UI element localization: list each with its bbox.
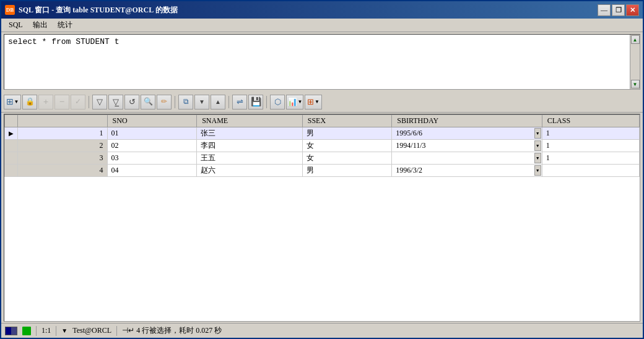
row-indicator-cell (5, 165, 18, 177)
export-button[interactable]: ⬡ (270, 95, 285, 109)
data-grid-container[interactable]: SNO SNAME SSEX SBIRTHDAY CLASS ▶101张三男19… (4, 114, 640, 322)
restore-button[interactable]: ❐ (612, 4, 625, 16)
sname-cell[interactable]: 李四 (197, 140, 303, 152)
sno-cell[interactable]: 03 (107, 152, 197, 165)
add-row-button[interactable]: + (38, 95, 53, 109)
connect-button[interactable]: ⇌ (232, 95, 247, 109)
sno-cell[interactable]: 02 (107, 140, 197, 152)
date-dropdown-button[interactable]: ▼ (534, 153, 541, 163)
class-cell[interactable]: 1 (542, 127, 639, 140)
save-button[interactable]: 💾 (248, 95, 263, 109)
scroll-up-arrow[interactable]: ▲ (631, 35, 640, 44)
plus-icon: + (43, 97, 49, 107)
ssex-cell[interactable]: 男 (302, 165, 392, 177)
check-icon: ✓ (75, 97, 81, 106)
menu-stats[interactable]: 统计 (53, 19, 77, 32)
close-button[interactable]: ✕ (626, 4, 639, 16)
sort-down-all-icon: ▽̲ (113, 97, 119, 107)
date-dropdown-button[interactable]: ▼ (534, 128, 541, 139)
sbirthday-cell[interactable]: ▼ (392, 152, 542, 165)
col-class[interactable]: CLASS (542, 115, 639, 127)
chart-button[interactable]: 📊 ▼ (286, 95, 303, 109)
col-sno[interactable]: SNO (107, 115, 197, 127)
minimize-button[interactable]: — (598, 4, 611, 16)
table-chevron-icon: ▼ (315, 99, 320, 105)
sno-cell[interactable]: 01 (107, 127, 197, 140)
data-table: SNO SNAME SSEX SBIRTHDAY CLASS ▶101张三男19… (4, 114, 640, 177)
sbirthday-cell[interactable]: 1995/6/6▼ (392, 127, 542, 140)
sort-down-all-button[interactable]: ▽̲ (108, 95, 123, 109)
save-icon: 💾 (251, 97, 261, 107)
ssex-cell[interactable]: 女 (302, 152, 392, 165)
main-window: DB SQL 窗口 - 查询 table STUDENT@ORCL 的数据 — … (0, 0, 644, 339)
copy-icon: ⧉ (183, 97, 189, 106)
table-row[interactable]: 404赵六男1996/3/2▼ (5, 165, 640, 177)
connect-icon: ⇌ (237, 97, 243, 107)
sql-scrollbar: ▲ ▼ (630, 35, 640, 89)
table-header-row: SNO SNAME SSEX SBIRTHDAY CLASS (5, 115, 640, 127)
status-indicator-icon (5, 327, 17, 335)
scroll-down-arrow[interactable]: ▼ (631, 80, 640, 88)
move-up-button[interactable]: ▲ (211, 95, 225, 109)
move-down-button[interactable]: ▼ (194, 95, 209, 109)
menu-output[interactable]: 输出 (28, 19, 53, 32)
col-indicator (5, 115, 18, 127)
sql-editor[interactable]: select * from STUDENT t ▲ ▼ (4, 34, 640, 90)
col-sname[interactable]: SNAME (197, 115, 303, 127)
sbirthday-cell[interactable]: 1996/3/2▼ (392, 165, 542, 177)
chevron-down-icon: ▼ (14, 99, 19, 105)
search-icon: 🔍 (144, 97, 153, 106)
row-number-cell: 2 (18, 140, 108, 152)
status-connection: Test@ORCL (72, 326, 111, 335)
status-dropdown-arrow[interactable]: ▼ (61, 327, 67, 334)
find-button[interactable]: 🔍 (141, 95, 155, 109)
col-ssex[interactable]: SSEX (302, 115, 392, 127)
commit-button[interactable]: ✓ (71, 95, 85, 109)
sname-cell[interactable]: 王五 (197, 152, 303, 165)
table-view-button[interactable]: ⊞ ▼ (305, 95, 322, 109)
grid-view-button[interactable]: ⊞ ▼ (4, 95, 21, 109)
row-number-cell: 1 (18, 127, 108, 140)
refresh-button[interactable]: ↺ (124, 95, 139, 109)
class-cell[interactable] (542, 165, 639, 177)
separator-1 (89, 96, 89, 108)
status-divider-2 (56, 326, 56, 336)
copy-button[interactable]: ⧉ (178, 95, 193, 109)
date-dropdown-button[interactable]: ▼ (534, 165, 541, 176)
export-icon: ⬡ (274, 97, 281, 107)
sql-content[interactable]: select * from STUDENT t (4, 35, 640, 49)
col-sbirthday[interactable]: SBIRTHDAY (392, 115, 542, 127)
menu-bar: SQL 输出 统计 (1, 19, 643, 32)
lock-icon: 🔒 (25, 97, 35, 106)
sname-cell[interactable]: 赵六 (197, 165, 303, 177)
ssex-cell[interactable]: 男 (302, 127, 392, 140)
table-row[interactable]: 303王五女▼1 (5, 152, 640, 165)
sbirthday-cell[interactable]: 1994/11/3▼ (392, 140, 542, 152)
class-cell[interactable]: 1 (542, 140, 639, 152)
status-green-icon (22, 327, 31, 335)
table-row[interactable]: 202李四女1994/11/3▼1 (5, 140, 640, 152)
row-indicator-cell: ▶ (5, 127, 18, 140)
status-message: ⊣↵ 4 行被选择，耗时 0.027 秒 (122, 325, 222, 336)
status-position: 1:1 (41, 326, 51, 335)
eraser-icon: ✏ (161, 97, 167, 106)
separator-3 (228, 96, 229, 108)
sname-cell[interactable]: 张三 (197, 127, 303, 140)
class-cell[interactable]: 1 (542, 152, 639, 165)
lock-button[interactable]: 🔒 (22, 95, 37, 109)
clear-button[interactable]: ✏ (157, 95, 172, 109)
col-rownum (18, 115, 108, 127)
separator-4 (266, 96, 267, 108)
table-row[interactable]: ▶101张三男1995/6/6▼1 (5, 127, 640, 140)
row-indicator-cell (5, 152, 18, 165)
app-icon: DB (5, 5, 15, 15)
date-dropdown-button[interactable]: ▼ (534, 140, 541, 151)
ssex-cell[interactable]: 女 (302, 140, 392, 152)
status-bar: 1:1 ▼ Test@ORCL ⊣↵ 4 行被选择，耗时 0.027 秒 (1, 323, 643, 338)
refresh-icon: ↺ (129, 97, 136, 107)
remove-row-button[interactable]: − (54, 95, 69, 109)
move-down-icon: ▼ (199, 98, 205, 105)
menu-sql[interactable]: SQL (4, 19, 28, 31)
sort-down-button[interactable]: ▽ (92, 95, 107, 109)
sno-cell[interactable]: 04 (107, 165, 197, 177)
